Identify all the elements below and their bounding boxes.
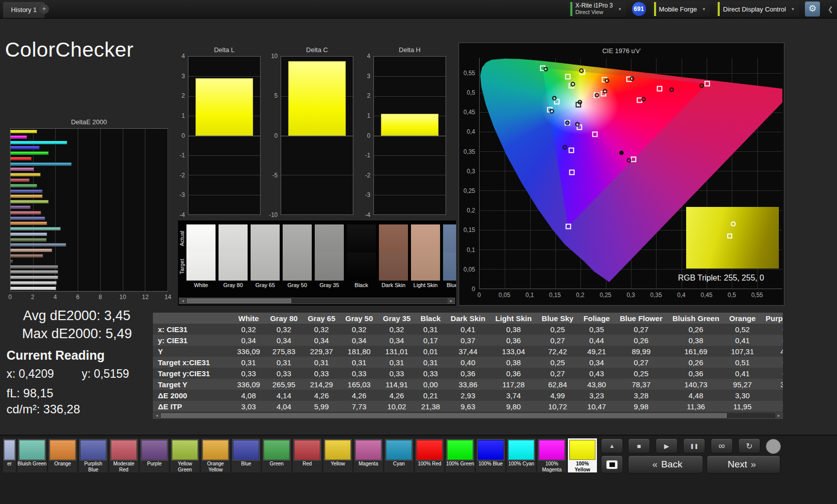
patch-tile[interactable]: Purple	[140, 438, 169, 472]
patch-swatch	[202, 440, 229, 460]
row-label: Target Y	[153, 379, 232, 390]
column-header: Blue Sky	[537, 313, 578, 324]
cie-measured-marker	[549, 109, 554, 114]
target-point-marker	[727, 233, 732, 238]
stop-button[interactable]: ■	[628, 438, 650, 453]
patch-tile[interactable]: 100% Cyan	[507, 438, 536, 472]
continuous-measure-button[interactable]: ∞	[711, 438, 733, 453]
deltae-bar	[11, 167, 34, 171]
patch-tile[interactable]: Blue	[232, 438, 261, 472]
meter-selector[interactable]: X-Rite i1Pro 3 Direct View ▼	[568, 2, 626, 17]
row-label: ΔE 2000	[153, 390, 232, 401]
patch-swatch	[478, 440, 504, 460]
collapse-panel-button[interactable]: ❮	[826, 2, 835, 17]
scroll-track[interactable]	[160, 413, 775, 418]
cell: 62,84	[537, 379, 578, 390]
axis-tick-label: 2	[173, 92, 185, 99]
scroll-left-button[interactable]: ◄	[153, 413, 160, 418]
deltae-bar	[11, 281, 57, 285]
patch-tile[interactable]: Yellow	[323, 438, 352, 472]
cell: 117,28	[490, 379, 537, 390]
patch-tile[interactable]: Moderate Red	[109, 438, 138, 472]
swatch-label: Gray 35	[315, 281, 344, 290]
table-row: Y336,09275,83229,37181,80131,010,0137,44…	[153, 346, 783, 357]
patch-tile[interactable]: 100% Yellow	[568, 438, 597, 472]
axis-tick-label: 0,45	[459, 109, 475, 116]
patch-tile[interactable]: Yellow Green	[170, 438, 199, 472]
workflow-selector[interactable]: Mobile Forge ▼	[652, 2, 710, 17]
pattern-up-button[interactable]: ▲	[601, 438, 623, 453]
patch-tile[interactable]: 100% Red	[415, 438, 444, 472]
row-label: Target y:CIE31	[153, 368, 232, 379]
scroll-track[interactable]	[186, 298, 448, 304]
patch-tile[interactable]: 100% Magenta	[537, 438, 566, 472]
next-button[interactable]: Next »	[707, 455, 780, 473]
cie-1976-chart: CIE 1976 u'v' 0,550,50,450,40,350,30,250…	[459, 43, 784, 306]
display-control-selector[interactable]: Direct Display Control ▼	[716, 2, 799, 17]
cell: 89,99	[615, 346, 668, 357]
patch-swatch	[294, 440, 320, 460]
back-label: Back	[661, 459, 682, 470]
patch-label: Orange	[54, 461, 71, 467]
axis-tick-label: 0,5	[728, 292, 736, 299]
patch-tile[interactable]: Cyan	[384, 438, 413, 472]
settings-gear-button[interactable]: ⚙	[805, 2, 820, 17]
cell: 0,44	[578, 335, 615, 346]
pause-button[interactable]: ❚❚	[683, 438, 705, 453]
cell: 3,09	[761, 390, 783, 401]
cell: 161,69	[668, 346, 724, 357]
patch-tile[interactable]: 100% Green	[446, 438, 475, 472]
workflow-name: Mobile Forge	[659, 6, 697, 13]
cell: 0,00	[415, 379, 446, 390]
refresh-icon: ↻	[746, 441, 752, 451]
patch-tile[interactable]: Magenta	[354, 438, 383, 472]
deltae-x-axis: 02468101214	[10, 294, 168, 301]
cell: 4,14	[265, 390, 303, 401]
table-scrollbar[interactable]: ◄ ►	[153, 412, 783, 419]
patch-tile[interactable]: Purplish Blue	[79, 438, 108, 472]
actual-row-label: Actual	[179, 231, 185, 246]
cell: 4,26	[303, 390, 340, 401]
cell: 3,30	[724, 390, 761, 401]
scroll-right-button[interactable]: ►	[775, 413, 782, 418]
deltae-bar	[11, 151, 49, 155]
disabled-record-button[interactable]	[766, 439, 781, 454]
back-button[interactable]: « Back	[628, 455, 703, 473]
patch-tile[interactable]: er	[3, 438, 16, 472]
axis-tick-label: -1	[173, 152, 185, 159]
swatch-actual	[443, 224, 456, 253]
cell: 0,43	[578, 368, 615, 379]
patch-label: Cyan	[393, 461, 404, 467]
gridline	[188, 76, 260, 77]
scroll-right-button[interactable]: ►	[448, 298, 455, 304]
add-tab-button[interactable]: +	[39, 4, 49, 14]
play-button[interactable]: ▶	[656, 438, 678, 453]
top-bar: History 1 + X-Rite i1Pro 3 Direct View ▼…	[0, 0, 837, 19]
cell: 0,40	[446, 357, 490, 368]
scroll-left-button[interactable]: ◄	[179, 298, 186, 304]
history-tab[interactable]: History 1	[3, 2, 45, 18]
patch-tile[interactable]: Bluish Green	[18, 438, 47, 472]
axis-tick-label: 0	[478, 292, 481, 299]
patch-tile[interactable]: Red	[293, 438, 322, 472]
cell: 9,80	[490, 401, 537, 412]
column-header: Gray 80	[265, 313, 303, 324]
axis-tick-label: 4	[173, 53, 185, 60]
patch-tile[interactable]: 100% Blue	[476, 438, 505, 472]
patch-tile[interactable]: Green	[262, 438, 291, 472]
patch-tile[interactable]: Orange Yellow	[201, 438, 230, 472]
patch-tile[interactable]: Orange	[48, 438, 77, 472]
deltae-bar	[11, 205, 31, 209]
refresh-button[interactable]: ↻	[738, 438, 760, 453]
scroll-thumb[interactable]	[187, 299, 291, 303]
deltae-bar	[11, 216, 45, 220]
cell: 5,99	[303, 401, 340, 412]
axis-tick-label: 2	[31, 294, 35, 301]
axis-tick-label: 0,5	[459, 89, 475, 96]
top-bar-right: X-Rite i1Pro 3 Direct View ▼ 691 Mobile …	[568, 0, 835, 18]
scroll-thumb[interactable]	[161, 413, 727, 418]
cie-target-marker	[569, 169, 575, 175]
pattern-window-button[interactable]	[601, 455, 623, 473]
swatch-scrollbar[interactable]: ◄ ►	[179, 298, 455, 304]
swatch-actual	[186, 224, 216, 253]
